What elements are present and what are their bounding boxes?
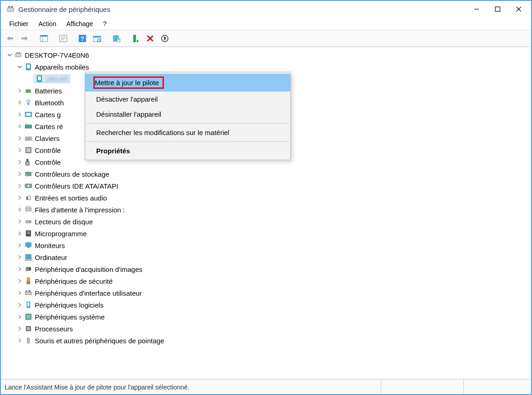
tree-category-label: Contrôleurs IDE ATA/ATAPI	[35, 182, 118, 190]
tree-category-label: Cartes g	[35, 111, 61, 119]
chevron-right-icon[interactable]	[16, 254, 23, 261]
chevron-right-icon[interactable]	[16, 123, 23, 130]
svg-rect-45	[25, 125, 32, 128]
chevron-right-icon[interactable]	[16, 182, 23, 189]
back-button[interactable]	[4, 32, 16, 45]
menu-file[interactable]: Fichier	[5, 18, 33, 29]
chevron-right-icon[interactable]	[16, 277, 23, 285]
menu-help[interactable]: ?	[98, 18, 111, 29]
tree-category[interactable]: Processeurs	[3, 323, 529, 335]
ctx-scan-hardware[interactable]: Rechercher les modifications sur le maté…	[85, 125, 290, 140]
tree-root[interactable]: DESKTOP-7V4E0N6	[3, 49, 529, 61]
chevron-right-icon[interactable]	[16, 289, 23, 297]
svg-rect-52	[27, 159, 28, 162]
tree-category[interactable]: Périphériques d'interface utilisateur	[3, 287, 529, 299]
svg-rect-60	[27, 206, 30, 208]
tree-category[interactable]: Microprogramme	[3, 227, 529, 239]
chevron-right-icon[interactable]	[16, 206, 23, 213]
chevron-right-icon[interactable]	[16, 325, 23, 332]
svg-rect-34	[16, 52, 18, 54]
ctx-update-driver[interactable]: Mettre à jour le pilote	[85, 74, 290, 92]
titlebar: Gestionnaire de périphériques	[1, 1, 531, 17]
tree-category[interactable]: Périphériques de sécurité	[3, 275, 529, 287]
category-icon	[24, 241, 33, 249]
app-icon	[6, 5, 15, 13]
statusbar-text: Lance l'Assistant Mise à jour de pilote …	[5, 384, 381, 391]
mobile-device-icon	[35, 75, 43, 83]
system-buttons	[466, 2, 529, 16]
chevron-right-icon[interactable]	[16, 337, 23, 344]
chevron-right-icon[interactable]	[16, 301, 23, 308]
category-icon	[24, 336, 33, 345]
chevron-right-icon[interactable]	[16, 99, 23, 106]
svg-rect-74	[27, 281, 30, 284]
tree-category[interactable]: Files d'attente à l'impression :	[3, 204, 529, 216]
chevron-down-icon[interactable]	[6, 51, 13, 59]
tree-category-label: Souris et autres périphériques de pointa…	[35, 337, 164, 345]
chevron-right-icon[interactable]	[16, 194, 23, 201]
svg-point-55	[26, 175, 28, 177]
device-tree[interactable]: DESKTOP-7V4E0N6 Appareils mobiles JAL07 …	[2, 47, 530, 379]
svg-point-57	[27, 185, 29, 187]
chevron-right-icon[interactable]	[16, 146, 23, 154]
svg-rect-32	[164, 38, 165, 40]
menu-action[interactable]: Action	[34, 18, 61, 29]
svg-rect-12	[40, 35, 48, 37]
tree-category-label: Batteries	[35, 87, 62, 95]
ctx-update-driver-label: Mettre à jour le pilote	[95, 79, 159, 87]
menubar: Fichier Action Affichage ?	[1, 17, 531, 30]
chevron-right-icon[interactable]	[16, 230, 23, 237]
chevron-right-icon[interactable]	[16, 158, 23, 166]
tree-category[interactable]: Périphériques logiciels	[3, 299, 529, 311]
chevron-right-icon[interactable]	[16, 242, 23, 249]
chevron-right-icon[interactable]	[16, 135, 23, 142]
update-driver-button[interactable]	[110, 32, 123, 45]
maximize-button[interactable]	[487, 2, 508, 16]
tree-category[interactable]: Contrôleurs IDE ATA/ATAPI	[3, 180, 529, 192]
tree-category[interactable]: Périphérique d'acquisition d'images	[3, 263, 529, 275]
tree-category-mobile[interactable]: Appareils mobiles	[3, 61, 529, 73]
tree-category[interactable]: Moniteurs	[3, 239, 529, 251]
svg-rect-85	[27, 341, 30, 343]
close-button[interactable]	[508, 2, 529, 16]
menu-view[interactable]: Affichage	[62, 18, 98, 29]
tree-category-label: Moniteurs	[35, 242, 65, 249]
help-button[interactable]: ?	[76, 32, 89, 45]
tree-category-label: Lecteurs de disque	[35, 218, 93, 226]
properties-button[interactable]	[57, 32, 70, 45]
svg-rect-35	[19, 52, 20, 54]
chevron-right-icon[interactable]	[16, 265, 23, 273]
svg-rect-75	[25, 292, 32, 295]
minimize-button[interactable]	[466, 2, 487, 16]
ctx-uninstall-device[interactable]: Désinstaller l'appareil	[85, 107, 290, 122]
tree-category[interactable]: Périphériques système	[3, 311, 529, 323]
tree-category-label: Périphériques logiciels	[35, 301, 103, 309]
chevron-down-icon[interactable]	[16, 63, 23, 70]
tree-category[interactable]: Entrées et sorties audio	[3, 192, 529, 204]
tree-category-label: Entrées et sorties audio	[35, 194, 107, 202]
scan-hardware-button[interactable]	[91, 32, 103, 45]
chevron-right-icon[interactable]	[16, 313, 23, 320]
tree-category[interactable]: Contrôleurs de stockage	[3, 168, 529, 180]
tree-category[interactable]: Lecteurs de disque	[3, 216, 529, 227]
svg-rect-65	[27, 233, 30, 234]
tree-category[interactable]: Ordinateur	[3, 251, 529, 263]
tree-category-label: Appareils mobiles	[35, 63, 89, 71]
chevron-right-icon[interactable]	[16, 218, 23, 225]
forward-button[interactable]	[18, 32, 31, 45]
svg-rect-1	[8, 6, 10, 8]
device-manager-window: Gestionnaire de périphériques Fichier Ac…	[0, 0, 532, 395]
uninstall-device-button[interactable]	[129, 32, 142, 45]
tree-category[interactable]: Souris et autres périphériques de pointa…	[3, 335, 529, 346]
svg-marker-7	[7, 36, 10, 41]
disable-device-button[interactable]	[144, 32, 157, 45]
show-hide-tree-button[interactable]	[38, 32, 50, 45]
chevron-right-icon[interactable]	[16, 111, 23, 118]
enable-device-button[interactable]	[158, 32, 171, 45]
svg-rect-47	[25, 137, 32, 141]
svg-rect-8	[10, 38, 13, 39]
ctx-disable-device[interactable]: Désactiver l'appareil	[85, 92, 290, 107]
chevron-right-icon[interactable]	[16, 170, 23, 178]
chevron-right-icon[interactable]	[16, 87, 23, 94]
ctx-properties[interactable]: Propriétés	[85, 143, 290, 158]
